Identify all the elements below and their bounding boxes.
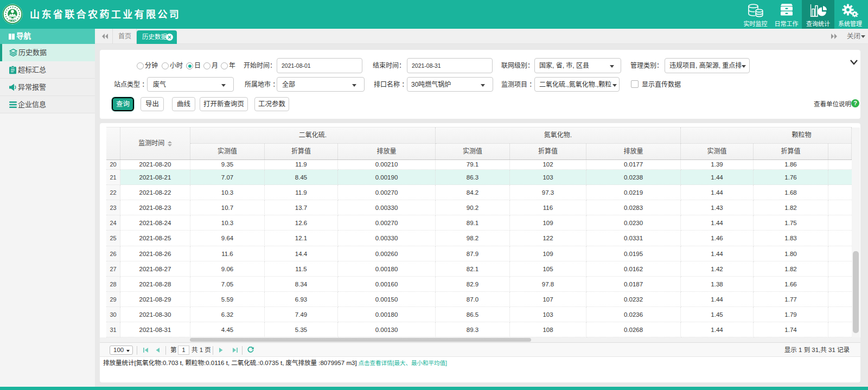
svg-text:MEE: MEE (10, 20, 15, 22)
